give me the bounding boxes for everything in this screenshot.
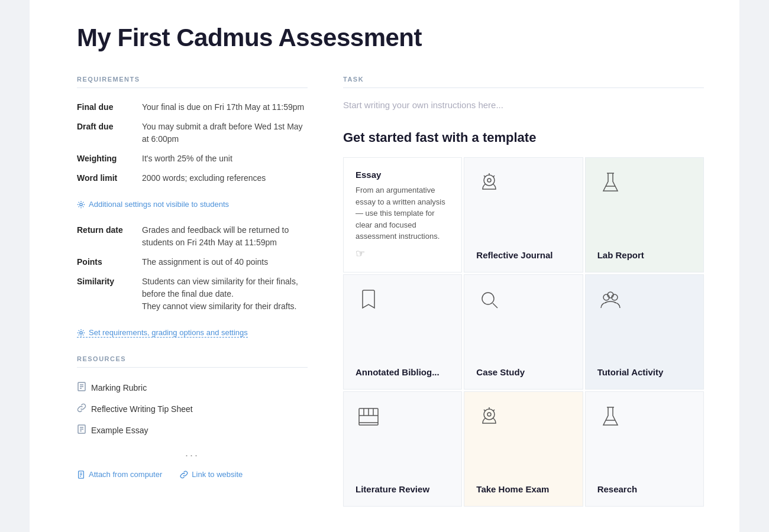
link-icon-attach [180,471,188,479]
svg-point-6 [487,179,491,182]
search-icon [476,287,502,313]
card-content: Essay From an argumentative essay to a w… [356,170,450,242]
additional-settings-toggle[interactable]: Additional settings not visibile to stud… [77,200,308,209]
task-section-label: TASK [343,76,704,88]
card-content [597,404,692,484]
additional-settings-label: Additional settings not visibile to stud… [89,200,229,209]
shelf-icon [356,404,382,430]
card-label: Annotated Bibliog... [356,367,450,377]
req-label: Points [77,252,142,272]
card-desc: From an argumentative essay to a written… [356,184,450,242]
link-label: Link to website [192,470,243,479]
main-layout: REQUIREMENTS Final dueYour final is due … [77,76,704,507]
ellipsis: ... [77,441,308,465]
req-label: Word limit [77,168,142,188]
brain-icon [476,170,502,196]
card-content [476,287,570,367]
task-placeholder[interactable]: Start writing your own instructions here… [343,98,704,112]
card-content [597,287,692,367]
requirements-table: Final dueYour final is due on Fri 17th M… [77,98,308,188]
card-label: Tutorial Activity [597,367,692,377]
req-value: Your final is due on Fri 17th May at 11:… [142,98,308,117]
req-value: The assignment is out of 40 points [142,252,308,272]
settings-link-label: Set requirements, grading options and se… [89,328,248,337]
svg-point-7 [482,293,494,304]
resource-list: Marking RubricReflective Writing Tip She… [77,377,308,441]
template-card-essay[interactable]: Essay From an argumentative essay to a w… [343,157,462,273]
req-label: Draft due [77,117,142,149]
req-label: Similarity [77,272,142,316]
svg-point-0 [80,203,82,205]
resource-item[interactable]: Marking Rubric [77,377,308,398]
card-content [356,287,450,367]
document-icon [77,382,86,391]
left-panel: REQUIREMENTS Final dueYour final is due … [77,76,308,507]
page-wrapper: My First Cadmus Assessment REQUIREMENTS … [30,0,739,532]
card-label: Essay [356,170,450,180]
template-card-lab-report[interactable]: Lab Report [585,157,704,273]
right-panel: TASK Start writing your own instructions… [343,76,704,507]
req-label: Final due [77,98,142,117]
card-label: Lab Report [597,250,692,260]
resource-label: Reflective Writing Tip Sheet [91,404,193,414]
cursor-indicator: ☞ [356,247,450,260]
resource-item[interactable]: Example Essay [77,420,308,441]
req-value: 2000 words; excluding references [142,168,308,188]
card-label: Reflective Journal [476,250,570,260]
template-card-tutorial-activity[interactable]: Tutorial Activity [585,274,704,390]
card-label: Case Study [476,367,570,377]
flask-icon [597,170,623,196]
resource-item[interactable]: Reflective Writing Tip Sheet [77,398,308,420]
card-content [476,404,570,484]
card-content [597,170,692,250]
additional-requirement-row: Return dateGrades and feedback will be r… [77,220,308,252]
requirements-section-label: REQUIREMENTS [77,76,308,88]
template-card-case-study[interactable]: Case Study [464,274,583,390]
resource-label: Example Essay [91,426,148,435]
link-to-website[interactable]: Link to website [180,470,243,479]
brain2-icon [476,404,502,430]
document-icon-attach [77,471,85,479]
settings-link[interactable]: Set requirements, grading options and se… [77,328,248,338]
additional-requirement-row: SimilarityStudents can view similarity f… [77,272,308,316]
template-card-take-home-exam[interactable]: Take Home Exam [464,391,583,507]
req-label: Return date [77,220,142,252]
attach-row: Attach from computer Link to website [77,470,308,479]
template-card-annotated-bibliography[interactable]: Annotated Bibliog... [343,274,462,390]
gear-icon-2 [77,329,85,337]
req-value: You may submit a draft before Wed 1st Ma… [142,117,308,149]
requirement-row: Final dueYour final is due on Fri 17th M… [77,98,308,117]
flask2-icon [597,404,623,430]
svg-point-1 [80,331,82,333]
gear-icon [77,200,85,209]
card-label: Literature Review [356,484,450,494]
page-title: My First Cadmus Assessment [77,24,704,52]
template-grid: Essay From an argumentative essay to a w… [343,157,704,507]
additional-requirements-table: Return dateGrades and feedback will be r… [77,220,308,316]
additional-requirement-row: PointsThe assignment is out of 40 points [77,252,308,272]
req-value: It's worth 25% of the unit [142,149,308,168]
group-icon [597,287,623,313]
req-label: Weighting [77,149,142,168]
bookmark-icon [356,287,382,313]
template-card-literature-review[interactable]: Literature Review [343,391,462,507]
req-value: Grades and feedback will be returned to … [142,220,308,252]
requirement-row: Word limit2000 words; excluding referenc… [77,168,308,188]
attach-from-computer[interactable]: Attach from computer [77,470,162,479]
req-value: Students can view similarity for their f… [142,272,308,316]
card-content [356,404,450,484]
requirement-row: Draft dueYou may submit a draft before W… [77,117,308,149]
card-label: Take Home Exam [476,484,570,494]
resources-section: RESOURCES Marking RubricReflective Writi… [77,355,308,479]
requirement-row: WeightingIt's worth 25% of the unit [77,149,308,168]
svg-point-13 [487,413,491,416]
document-icon [77,424,86,434]
resources-section-label: RESOURCES [77,355,308,368]
template-card-research[interactable]: Research [585,391,704,507]
card-label: Research [597,484,692,494]
template-card-reflective-journal[interactable]: Reflective Journal [464,157,583,273]
template-heading: Get started fast with a template [343,130,704,145]
resource-label: Marking Rubric [91,383,147,392]
card-content [476,170,570,250]
link-icon [77,403,86,413]
